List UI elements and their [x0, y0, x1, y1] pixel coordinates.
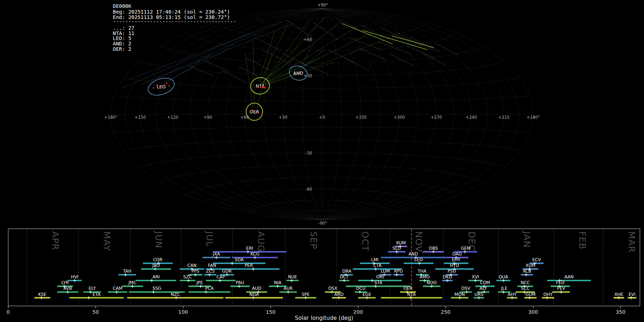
- shower-label-ssg: SSG: [152, 286, 161, 291]
- shower-label-fev: FEV: [557, 286, 566, 291]
- longitude-label: +300: [394, 115, 405, 120]
- shower-label-nta: NTA: [407, 292, 416, 297]
- shower-label-hyd: HYD: [450, 263, 459, 268]
- shower-label-ori: ORI: [376, 274, 384, 279]
- grid-meridian: [322, 9, 504, 220]
- shower-label-rpu: RPU: [394, 269, 402, 274]
- latitude-label: +90°: [317, 3, 328, 8]
- meteor-track: [205, 61, 230, 72]
- longitude-label: +270: [431, 115, 442, 120]
- shower-label-psu: PSU: [448, 269, 456, 274]
- axis-tick-label: 200: [353, 309, 363, 315]
- longitude-label: +180°: [104, 115, 117, 120]
- meteor-radiant-report: LEONTAANDOER +180°+150+120+90+60+30+0+33…: [0, 0, 644, 322]
- shower-label-urs: URS: [474, 292, 483, 297]
- shower-label-nue: NUE: [288, 274, 297, 279]
- meteor-track: [160, 54, 211, 87]
- grid-parallel: [139, 61, 505, 75]
- shower-label-lum: LUM: [381, 269, 390, 274]
- meteor-track: [247, 58, 272, 70]
- shower-label-kse: KSE: [38, 292, 47, 297]
- longitude-label: +90: [203, 115, 212, 120]
- meteor-track: [381, 29, 430, 48]
- shower-label-ely: ELY: [89, 286, 96, 291]
- shower-label-ari: ARI: [152, 274, 160, 279]
- grid-meridian: [140, 9, 322, 220]
- shower-label-amo: AMO: [420, 274, 430, 279]
- longitude-label: +60: [240, 115, 249, 120]
- shower-label-jle: JLE: [501, 286, 507, 291]
- shower-label-dkd: DKD: [443, 274, 452, 279]
- meteor-track: [255, 38, 280, 50]
- shower-label-oct: OCT: [340, 274, 349, 279]
- shower-label-fed: FED: [556, 280, 565, 285]
- shower-label-ege: EGE: [362, 292, 371, 297]
- chart-shower-bars: KUMERISLDOBSGEMJXAKCGANDDADCORSDALMILEOE…: [34, 240, 636, 299]
- meteor-track: [390, 54, 415, 67]
- meteor-track: [258, 33, 274, 82]
- month-label-jun: JUN: [153, 230, 164, 248]
- month-label-jul: JUL: [204, 230, 215, 247]
- meteor-track: [263, 33, 371, 86]
- shower-label-cam: CAM: [113, 286, 122, 291]
- grid-parallel: [139, 153, 505, 167]
- month-label-feb: FEB: [577, 231, 587, 249]
- shower-label-ncc: NCC: [521, 280, 530, 285]
- grid-meridian: [264, 9, 322, 220]
- longitude-label: +120: [167, 115, 178, 120]
- shower-label-gem: GEM: [461, 246, 470, 251]
- shower-label-sda: SDA: [235, 257, 244, 262]
- count-line-and: AND: 2: [113, 41, 131, 47]
- meteor-track: [284, 54, 308, 67]
- shower-label-nda: NDA: [249, 292, 259, 297]
- shower-label-evi: EVI: [629, 292, 635, 297]
- shower-label-pps: PPS: [191, 269, 199, 274]
- grid-meridian: [322, 9, 519, 220]
- shower-label-eta: ETA: [93, 292, 101, 297]
- axis-tick-label: 250: [441, 309, 450, 315]
- meteor-track: [313, 22, 338, 39]
- shower-label-nia: NIA: [274, 280, 282, 285]
- shower-label-mon: MON: [454, 292, 465, 297]
- meteor-track: [395, 31, 423, 46]
- meteor-track: [131, 21, 283, 79]
- shower-label-jmc: JMC: [128, 280, 136, 285]
- shower-label-kcg: KCG: [250, 252, 259, 257]
- meteor-track: [435, 43, 459, 55]
- shower-label-avb: AVB: [63, 286, 72, 291]
- grid-parallel: [160, 46, 484, 63]
- month-label-jan: JAN: [522, 230, 532, 248]
- shower-label-pca: PCA: [205, 286, 214, 291]
- month-label-nov: NOV: [414, 231, 424, 252]
- shower-label-ard: ARD: [334, 292, 343, 297]
- sky-map-tracks: [122, 17, 459, 109]
- count-line-sporadic: ...: 27: [113, 25, 134, 31]
- shower-label-sld: SLD: [392, 246, 401, 251]
- shower-label-ahy: AHY: [508, 292, 517, 297]
- latitude-label: -90°: [318, 221, 327, 226]
- shower-label-gum: GUM: [526, 292, 536, 297]
- separator-line: ----------------------------------------: [113, 19, 236, 24]
- meteor-track: [122, 35, 246, 88]
- grid-meridian: [322, 9, 361, 220]
- shower-label-fan: FAN: [208, 263, 216, 268]
- grid-parallel: [123, 140, 520, 150]
- longitude-label: +30: [279, 115, 287, 120]
- shower-label-dsx: DSX: [328, 286, 337, 291]
- axis-tick-label: 300: [528, 309, 538, 315]
- shower-label-lyr: LYR: [61, 280, 69, 285]
- shower-label-jpe: JPE: [196, 280, 203, 285]
- meteor-track: [287, 20, 313, 38]
- month-label-sep: SEP: [308, 231, 319, 249]
- latitude-label: +60: [303, 37, 312, 42]
- shower-label-gdr: GDR: [222, 269, 232, 274]
- meteor-track: [263, 50, 288, 62]
- meteor-track: [378, 42, 411, 54]
- latitude-label: +30: [303, 73, 312, 78]
- x-axis-title: Solar longitude (deg): [295, 315, 353, 321]
- month-label-aug: AUG: [256, 231, 266, 252]
- meteor-track: [239, 67, 263, 79]
- meteor-track: [189, 66, 213, 76]
- shower-label-aur: AUR: [284, 286, 293, 291]
- month-label-apr: APR: [50, 231, 60, 250]
